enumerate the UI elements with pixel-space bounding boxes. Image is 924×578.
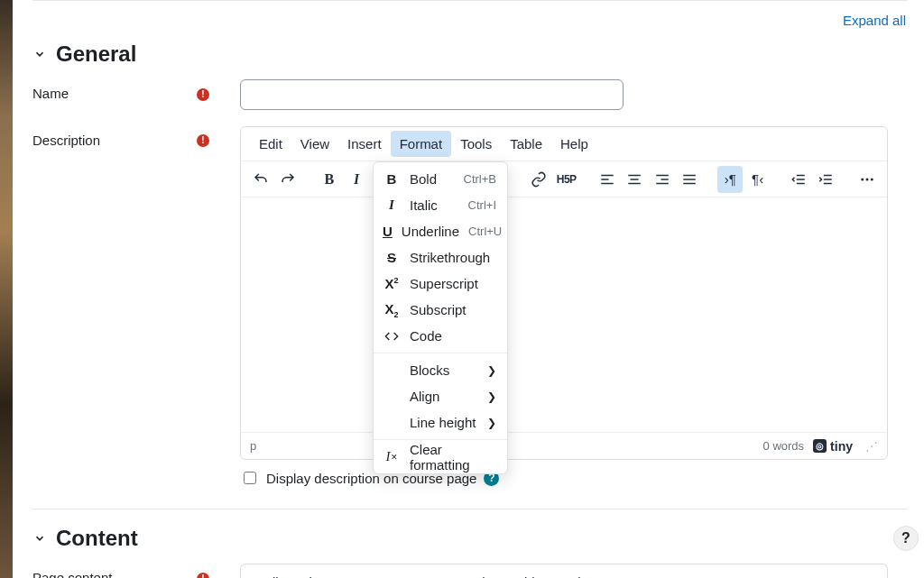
link-button[interactable]	[526, 166, 551, 193]
format-code[interactable]: Code	[374, 323, 507, 349]
underline-icon: U	[383, 224, 393, 239]
required-icon: !	[197, 88, 209, 101]
outdent-icon[interactable]	[786, 166, 811, 193]
required-icon: !	[197, 134, 209, 147]
svg-point-20	[871, 178, 873, 180]
chevron-right-icon: ❯	[487, 417, 496, 429]
editor-menubar: Edit View Insert Format Tools Table Help	[241, 564, 887, 578]
format-underline[interactable]: U Underline Ctrl+U	[374, 218, 507, 244]
redo-icon[interactable]	[275, 166, 300, 193]
label-description: Description	[32, 133, 100, 148]
menu-edit[interactable]: Edit	[250, 131, 291, 157]
label-name: Name	[32, 86, 69, 101]
menu-insert[interactable]: Insert	[338, 131, 391, 157]
format-subscript[interactable]: X2 Subscript	[374, 297, 507, 323]
required-icon: !	[197, 573, 209, 579]
editor-statusbar: p 0 words ◎tiny ⋰	[241, 432, 887, 459]
italic-icon: I	[383, 197, 401, 213]
section-title-content: Content	[56, 526, 138, 551]
status-path: p	[250, 439, 256, 453]
word-count: 0 words	[763, 439, 805, 453]
svg-point-18	[861, 178, 864, 180]
code-icon	[383, 329, 401, 344]
page-content-editor: Edit View Insert Format Tools Table Help	[240, 564, 888, 578]
ltr-icon[interactable]: ›¶	[717, 166, 743, 193]
format-align[interactable]: Align ❯	[374, 383, 507, 409]
section-title-general: General	[56, 41, 136, 67]
bold-icon: B	[383, 171, 401, 187]
menu-help[interactable]: Help	[551, 569, 597, 579]
display-description-checkbox[interactable]	[244, 472, 256, 484]
menu-view[interactable]: View	[291, 569, 338, 579]
section-divider	[32, 509, 908, 509]
more-icon[interactable]	[855, 166, 880, 193]
clear-formatting-icon: I✕	[383, 449, 401, 464]
format-superscript[interactable]: X2 Superscript	[374, 271, 507, 297]
chevron-down-icon[interactable]	[32, 47, 47, 61]
description-editor: Edit View Insert Format Tools Table Help	[240, 126, 888, 460]
svg-point-19	[865, 178, 868, 180]
format-strike[interactable]: S Strikethrough	[374, 244, 507, 271]
editor-menubar: Edit View Insert Format Tools Table Help	[241, 127, 887, 161]
format-blocks[interactable]: Blocks ❯	[374, 357, 507, 383]
align-justify-icon[interactable]	[677, 166, 702, 193]
tiny-logo: ◎tiny	[813, 439, 853, 454]
menu-format[interactable]: Format	[391, 569, 452, 579]
indent-icon[interactable]	[813, 166, 838, 193]
format-lineheight[interactable]: Line height ❯	[374, 409, 507, 436]
undo-icon[interactable]	[248, 166, 273, 193]
strikethrough-icon: S	[383, 250, 401, 265]
format-clear[interactable]: I✕ Clear formatting	[374, 444, 507, 470]
h5p-button[interactable]: H5P	[554, 166, 579, 193]
chevron-right-icon: ❯	[487, 364, 496, 377]
resize-handle[interactable]: ⋰	[862, 439, 878, 454]
menu-tools[interactable]: Tools	[451, 569, 501, 579]
align-center-icon[interactable]	[622, 166, 647, 193]
rtl-icon[interactable]: ¶‹	[744, 166, 770, 193]
label-page-content: Page content	[32, 570, 112, 578]
align-right-icon[interactable]	[650, 166, 675, 193]
bold-button[interactable]: B	[317, 166, 342, 193]
page-left-strip	[0, 0, 13, 578]
editor-toolbar: B I H5P ›¶ ¶‹	[241, 161, 887, 197]
menu-insert[interactable]: Insert	[338, 569, 391, 579]
align-left-icon[interactable]	[595, 166, 620, 193]
italic-button[interactable]: I	[344, 166, 369, 193]
menu-edit[interactable]: Edit	[250, 569, 291, 579]
menu-table[interactable]: Table	[501, 131, 551, 157]
menu-help[interactable]: Help	[551, 131, 597, 157]
name-input[interactable]	[240, 79, 624, 110]
superscript-icon: X2	[383, 276, 401, 291]
subscript-icon: X2	[383, 301, 401, 319]
expand-all-link[interactable]: Expand all	[843, 13, 908, 28]
description-editor-body[interactable]	[241, 197, 887, 432]
format-dropdown: B Bold Ctrl+B I Italic Ctrl+I U Underlin…	[373, 161, 508, 474]
menu-table[interactable]: Table	[501, 569, 551, 579]
menu-tools[interactable]: Tools	[451, 131, 501, 157]
chevron-down-icon[interactable]	[32, 531, 47, 546]
floating-help-button[interactable]: ?	[893, 526, 919, 551]
format-italic[interactable]: I Italic Ctrl+I	[374, 192, 507, 218]
format-bold[interactable]: B Bold Ctrl+B	[374, 166, 507, 192]
menu-format[interactable]: Format	[391, 131, 452, 157]
chevron-right-icon: ❯	[487, 390, 496, 403]
menu-view[interactable]: View	[291, 131, 338, 157]
